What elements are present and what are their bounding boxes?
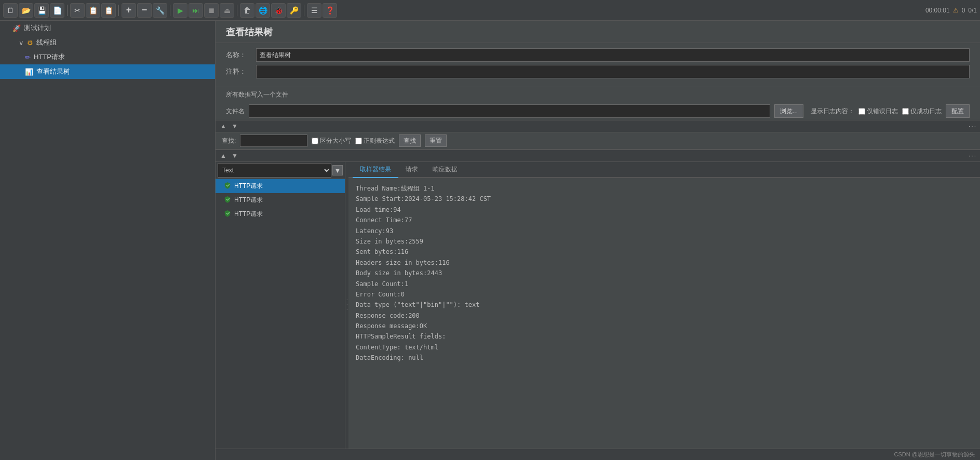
tab-response-data[interactable]: 响应数据	[425, 162, 465, 178]
content-area: 查看结果树 名称： 注释： 所有数据写入一个文件 文件名 浏览... 显示日志内…	[216, 21, 980, 460]
detail-line-9: Sample Count:1	[356, 279, 973, 289]
toolbar-btn-func[interactable]: 🔑	[287, 3, 301, 18]
view-type-dropdown[interactable]: Text XML JSON HTML Regexp Tester	[218, 163, 331, 178]
tree-item-0[interactable]: HTTP请求	[216, 179, 345, 193]
timer-display: 00:00:01	[925, 7, 950, 14]
sidebar-item-label: 查看结果树	[36, 67, 70, 76]
comment-row: 注释：	[226, 65, 970, 78]
sidebar-item-test-plan[interactable]: 🚀 测试计划	[0, 21, 215, 35]
success-only-check-label: 仅成功日志	[902, 107, 942, 116]
expand-icon: ∨	[19, 39, 24, 47]
name-input[interactable]	[256, 48, 970, 62]
http-icon: ✏	[25, 53, 31, 61]
detail-pane: 取样器结果 请求 响应数据 Thread Name:线程组 1-1 Sample…	[348, 162, 980, 449]
tree-body: HTTP请求 HTTP请求	[216, 179, 345, 449]
strip-up-btn-2[interactable]: ▲	[219, 151, 228, 160]
regex-check-label: 正则表达式	[355, 137, 395, 145]
toolbar-btn-tool[interactable]: 🔧	[153, 3, 167, 18]
shield-icon-0	[224, 182, 231, 191]
main-toolbar: 🗒 📂 💾 📄 ✂ 📋 📋 + − 🔧 ▶ ⏭ ⏹ ⏏ 🗑 🌐 🐞 🔑 ☰ ❓ …	[0, 0, 980, 21]
detail-line-12: Response code:200	[356, 310, 973, 321]
strip-down-btn-2[interactable]: ▼	[230, 151, 239, 160]
sidebar-item-view-results-tree[interactable]: 📊 查看结果树	[0, 64, 215, 79]
sidebar-item-label: 线程组	[36, 38, 57, 47]
toolbar-btn-cut[interactable]: ✂	[70, 3, 85, 18]
regex-checkbox[interactable]	[355, 138, 362, 144]
detail-line-16: HTTPSampleResult fields:	[356, 331, 973, 342]
detail-tabs: 取样器结果 请求 响应数据	[348, 162, 980, 178]
all-data-label: 所有数据写入一个文件	[226, 91, 288, 98]
toolbar-btn-clear[interactable]: 🗑	[240, 3, 254, 18]
tree-item-label-2: HTTP请求	[234, 210, 263, 219]
file-label: 文件名	[226, 107, 245, 116]
sep4	[237, 5, 237, 16]
shield-icon-2	[224, 210, 231, 219]
find-button[interactable]: 查找	[399, 134, 421, 147]
toolbar-btn-0[interactable]: 🗒	[3, 3, 18, 18]
toolbar-btn-debug[interactable]: 🐞	[271, 3, 286, 18]
toolbar-btn-run-nopause[interactable]: ⏭	[189, 3, 203, 18]
sep3	[170, 5, 170, 16]
sidebar-item-label: HTTP请求	[34, 52, 65, 62]
tab-request[interactable]: 请求	[398, 162, 425, 178]
search-input[interactable]	[240, 134, 307, 147]
strip-up-btn[interactable]: ▲	[219, 121, 228, 131]
toolbar-btn-3[interactable]: 📄	[50, 3, 64, 18]
error-only-checkbox[interactable]	[858, 108, 865, 115]
case-check-label: 区分大小写	[312, 137, 351, 145]
config-button[interactable]: 配置	[946, 104, 970, 118]
toolbar-btn-add[interactable]: +	[122, 3, 136, 18]
strip-down-btn[interactable]: ▼	[230, 121, 239, 131]
strip-bar-1: ▲ ▼ ···	[216, 120, 980, 132]
toolbar-btn-2[interactable]: 💾	[34, 3, 49, 18]
sep1	[67, 5, 68, 16]
dropdown-arrow[interactable]: ▼	[332, 165, 343, 175]
shield-icon-1	[224, 196, 231, 205]
case-checkbox[interactable]	[312, 138, 318, 144]
reset-button[interactable]: 重置	[425, 134, 447, 147]
toolbar-btn-remote[interactable]: 🌐	[256, 3, 270, 18]
toolbar-btn-help[interactable]: ❓	[323, 3, 337, 18]
detail-line-17: ContentType: text/html	[356, 342, 973, 353]
toolbar-btn-copy[interactable]: 📋	[86, 3, 100, 18]
toolbar-btn-menu[interactable]: ☰	[307, 3, 321, 18]
log-content-label: 显示日志内容：	[811, 107, 854, 116]
tree-item-label-0: HTTP请求	[234, 182, 263, 191]
toolbar-btn-1[interactable]: 📂	[19, 3, 33, 18]
name-row: 名称：	[226, 48, 970, 62]
all-data-row: 所有数据写入一个文件	[216, 87, 980, 102]
sidebar-item-thread-group[interactable]: ∨ ⚙ 线程组	[0, 35, 215, 50]
sidebar-item-http-request[interactable]: ✏ HTTP请求	[0, 50, 215, 64]
page-title: 查看结果树	[216, 21, 980, 43]
detail-line-2: Load time:94	[356, 205, 973, 215]
warning-count: 0	[962, 7, 965, 14]
tree-item-label-1: HTTP请求	[234, 196, 263, 205]
comment-input[interactable]	[256, 65, 970, 78]
toolbar-btn-stopnow[interactable]: ⏏	[220, 3, 234, 18]
detail-line-5: Size in bytes:2559	[356, 236, 973, 247]
sep2	[118, 5, 119, 16]
toolbar-btn-paste[interactable]: 📋	[101, 3, 116, 18]
watermark-text: CSDN @思想是一切事物的源头	[894, 451, 975, 458]
error-count: 0/1	[968, 7, 977, 14]
file-input[interactable]	[249, 104, 770, 118]
strip-dots-2: ···	[969, 152, 977, 159]
detail-line-10: Error Count:0	[356, 289, 973, 300]
tree-item-1[interactable]: HTTP请求	[216, 193, 345, 207]
tree-item-2[interactable]: HTTP请求	[216, 207, 345, 221]
toolbar-btn-stop[interactable]: ⏹	[204, 3, 219, 18]
strip-bar-2: ▲ ▼ ···	[216, 150, 980, 162]
browse-button[interactable]: 浏览...	[774, 104, 803, 118]
detail-line-8: Body size in bytes:2443	[356, 268, 973, 278]
sidebar-item-label: 测试计划	[24, 23, 51, 33]
plan-icon: 🚀	[12, 24, 21, 32]
tree-icon: 📊	[25, 68, 33, 76]
toolbar-btn-remove[interactable]: −	[137, 3, 152, 18]
success-only-checkbox[interactable]	[902, 108, 909, 115]
warning-icon: ⚠	[953, 7, 959, 14]
tab-sampler-result[interactable]: 取样器结果	[353, 162, 398, 178]
toolbar-btn-run[interactable]: ▶	[173, 3, 187, 18]
detail-line-6: Sent bytes:116	[356, 247, 973, 257]
detail-line-0: Thread Name:线程组 1-1	[356, 183, 973, 194]
file-row: 文件名 浏览... 显示日志内容： 仅错误日志 仅成功日志 配置	[216, 102, 980, 120]
